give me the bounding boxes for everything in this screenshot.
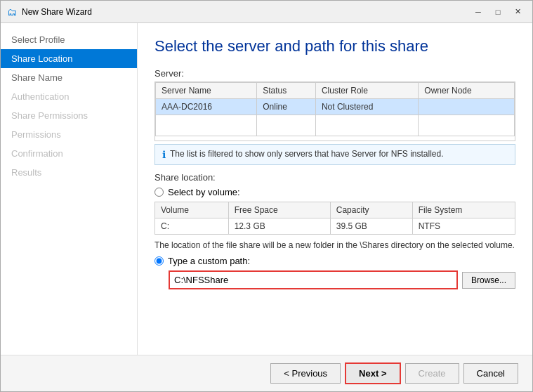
cancel-button[interactable]: Cancel xyxy=(463,363,518,384)
sidebar-item-confirmation: Confirmation xyxy=(1,144,137,163)
main-content: Select the server and path for this shar… xyxy=(138,23,532,355)
sidebar-item-permissions: Permissions xyxy=(1,125,137,144)
select-by-volume-label: Select by volume: xyxy=(168,187,240,197)
app-icon: 🗂 xyxy=(6,6,18,18)
minimize-button[interactable]: ─ xyxy=(469,5,487,19)
server-col-owner: Owner Node xyxy=(419,83,515,99)
share-location-label: Share location: xyxy=(154,172,515,183)
sidebar: Select Profile Share Location Share Name… xyxy=(1,23,138,355)
server-name-cell: AAA-DC2016 xyxy=(156,99,257,115)
path-input-row: Browse... xyxy=(169,270,515,289)
info-icon: ℹ xyxy=(162,149,166,160)
custom-path-row: Type a custom path: xyxy=(154,256,515,266)
info-banner: ℹ The list is filtered to show only serv… xyxy=(154,144,515,165)
select-by-volume-radio[interactable] xyxy=(154,188,164,197)
server-col-name: Server Name xyxy=(156,83,257,99)
next-button[interactable]: Next > xyxy=(345,362,400,384)
volume-col-capacity: Capacity xyxy=(330,202,412,218)
server-col-cluster: Cluster Role xyxy=(315,83,418,99)
server-label: Server: xyxy=(154,68,515,79)
sidebar-item-select-profile[interactable]: Select Profile xyxy=(1,30,137,49)
select-by-volume-row: Select by volume: xyxy=(154,187,515,197)
page-title: Select the server and path for this shar… xyxy=(154,37,515,55)
server-col-status: Status xyxy=(257,83,316,99)
capacity-cell: 39.5 GB xyxy=(330,218,412,235)
server-empty-row xyxy=(156,115,515,136)
create-button: Create xyxy=(405,363,459,384)
browse-button[interactable]: Browse... xyxy=(462,272,515,289)
content-area: Select Profile Share Location Share Name… xyxy=(1,23,532,355)
previous-button[interactable]: < Previous xyxy=(270,363,341,384)
sidebar-item-share-name[interactable]: Share Name xyxy=(1,68,137,87)
sidebar-item-authentication: Authentication xyxy=(1,87,137,106)
volume-row[interactable]: C: 12.3 GB 39.5 GB NTFS xyxy=(155,218,515,235)
window: 🗂 New Share Wizard ─ □ ✕ Select Profile … xyxy=(0,0,533,392)
sidebar-item-results: Results xyxy=(1,163,137,182)
server-cluster-cell: Not Clustered xyxy=(315,99,418,115)
server-owner-cell xyxy=(419,99,515,115)
sidebar-item-share-permissions: Share Permissions xyxy=(1,106,137,125)
free-space-cell: 12.3 GB xyxy=(228,218,330,235)
server-table: Server Name Status Cluster Role Owner No… xyxy=(155,82,515,136)
info-banner-text: The list is filtered to show only server… xyxy=(170,149,444,159)
filesystem-cell: NTFS xyxy=(412,218,515,235)
close-button[interactable]: ✕ xyxy=(508,5,527,19)
title-bar: 🗂 New Share Wizard ─ □ ✕ xyxy=(1,1,532,23)
volume-table: Volume Free Space Capacity File System C… xyxy=(154,202,515,235)
volume-col-free: Free Space xyxy=(228,202,330,218)
volume-col-fs: File System xyxy=(412,202,515,218)
server-row[interactable]: AAA-DC2016 Online Not Clustered xyxy=(156,99,515,115)
custom-path-label: Type a custom path: xyxy=(168,256,250,266)
hint-text: The location of the file share will be a… xyxy=(154,240,515,250)
title-bar-buttons: ─ □ ✕ xyxy=(469,5,527,19)
custom-path-radio[interactable] xyxy=(154,256,164,266)
footer: < Previous Next > Create Cancel xyxy=(1,355,532,391)
maximize-button[interactable]: □ xyxy=(489,5,507,19)
volume-cell: C: xyxy=(155,218,229,235)
sidebar-item-share-location[interactable]: Share Location xyxy=(1,49,137,68)
volume-col-volume: Volume xyxy=(155,202,229,218)
window-title: New Share Wizard xyxy=(22,7,469,17)
server-status-cell: Online xyxy=(257,99,316,115)
server-table-wrapper: Server Name Status Cluster Role Owner No… xyxy=(154,81,515,141)
custom-path-input[interactable] xyxy=(169,270,458,289)
